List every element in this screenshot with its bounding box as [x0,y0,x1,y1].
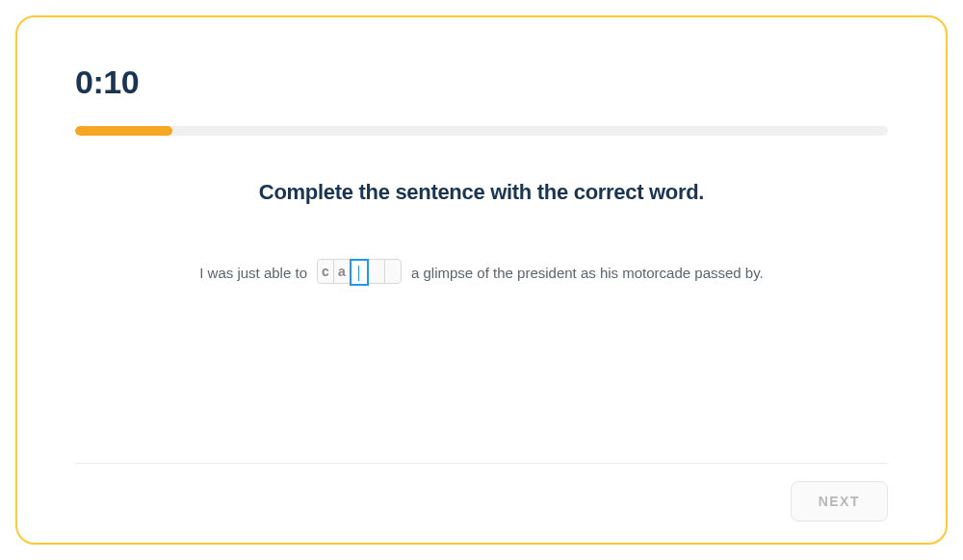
next-button[interactable]: NEXT [791,481,888,522]
letter-box-3[interactable] [368,259,385,284]
letter-box-2[interactable] [350,259,369,286]
spacer [75,324,888,463]
progress-bar-track [75,126,888,136]
sentence-after: a glimpse of the president as his motorc… [411,265,764,281]
text-cursor [358,266,359,281]
exercise-prompt: Complete the sentence with the correct w… [75,180,888,205]
letter-box-1[interactable]: a [333,259,351,284]
letter-box-0[interactable]: c [317,259,334,284]
sentence-row: I was just able to c a a glimpse of the … [75,259,888,286]
exercise-card: 0:10 Complete the sentence with the corr… [15,15,948,545]
letter-input-group: c a [317,259,402,286]
timer-display: 0:10 [75,64,888,101]
sentence-before: I was just able to [199,265,307,281]
footer: NEXT [75,481,888,522]
footer-divider [75,463,888,464]
progress-bar-fill [75,126,172,136]
letter-box-4[interactable] [384,259,402,284]
